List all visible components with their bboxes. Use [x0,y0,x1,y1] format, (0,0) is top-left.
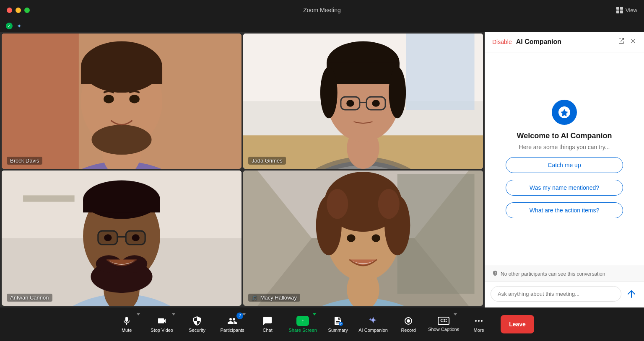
spark-icon: ✦ [17,23,22,29]
close-button[interactable] [7,8,12,13]
minimize-button[interactable] [16,8,21,13]
participants-badge: 2 [236,313,243,319]
view-button[interactable]: View [616,7,637,13]
status-bar: ✦ [0,20,644,32]
svg-point-63 [481,320,483,322]
mute-button[interactable]: Mute [110,310,143,338]
svg-rect-35 [83,200,160,213]
share-chevron [313,313,316,315]
muted-mic-icon: 🎵 [252,295,257,300]
suggestion-action-items[interactable]: What are the action items? [506,202,623,218]
svg-point-56 [347,234,355,242]
video-cell-jada: Jada Grimes [243,34,483,169]
window-title: Zoom Meeting [303,7,340,13]
svg-point-54 [327,189,348,219]
shield-icon [192,316,202,326]
window-controls[interactable] [7,8,30,13]
video-face-antwan [2,170,242,306]
more-button[interactable]: More [462,310,496,338]
video-cell-brock: Brock Davis [2,34,242,169]
ai-sparkle-icon [368,316,378,326]
leave-button[interactable]: Leave [501,315,534,333]
main-layout: Brock Davis [0,32,644,307]
ai-input-area [485,282,644,307]
svg-point-8 [92,125,152,155]
record-icon [403,316,413,326]
more-dots-icon [474,316,484,326]
toolbar: Mute Stop Video Security 2 Participants … [0,307,644,341]
svg-point-21 [320,67,338,119]
ai-send-button[interactable] [625,287,638,301]
summary-label: Summary [328,328,348,333]
svg-point-61 [475,320,477,322]
privacy-icon [492,270,498,277]
popout-button[interactable] [618,38,625,46]
share-screen-icon [296,316,309,326]
ai-panel-content: Welcome to AI Companion Here are some th… [485,52,644,266]
ai-header-icons [618,38,636,46]
participant-name-jada: Jada Grimes [248,157,286,165]
record-label: Record [401,328,415,333]
ai-panel-title: AI Companion [516,38,561,46]
maximize-button[interactable] [24,8,30,13]
svg-rect-13 [406,34,474,110]
summary-button[interactable]: Summary [321,310,355,338]
mic-icon [122,316,132,326]
cc-badge: CC [438,317,449,325]
participant-name-brock: Brock Davis [7,157,42,165]
ai-companion-panel: Disable AI Companion [485,32,644,307]
security-button[interactable]: Security [180,310,214,338]
view-label: View [626,7,637,13]
video-cell-antwan: Antwan Cannon [2,170,242,306]
svg-point-34 [83,181,160,219]
share-screen-button[interactable]: Share Screen [286,310,319,338]
show-captions-button[interactable]: CC Show Captions [427,310,460,338]
record-button[interactable]: Record [392,310,425,338]
svg-point-26 [346,100,354,106]
mute-chevron [137,313,140,315]
stop-video-button[interactable]: Stop Video [145,310,179,338]
svg-point-10 [129,95,140,103]
ai-companion-label: AI Companion [358,328,388,333]
svg-point-57 [371,234,380,242]
chat-label: Chat [263,328,273,333]
ai-chat-input[interactable] [491,286,621,302]
mute-label: Mute [122,328,132,333]
suggestion-name-mentioned[interactable]: Was my name mentioned? [506,180,623,196]
close-panel-button[interactable] [630,38,636,46]
video-chevron [172,313,175,315]
ai-welcome-title: Welcome to AI Companion [517,132,612,140]
svg-point-62 [478,320,480,322]
grid-icon [616,7,623,13]
share-screen-label: Share Screen [289,328,317,333]
chat-button[interactable]: Chat [251,310,284,338]
ai-header-left: Disable AI Companion [492,38,561,46]
svg-point-55 [378,189,400,219]
svg-rect-1 [2,34,79,169]
video-face-jada [243,34,483,169]
participant-name-antwan: Antwan Cannon [7,294,52,302]
summary-icon [333,316,343,326]
svg-rect-7 [81,67,162,84]
svg-rect-20 [327,63,400,84]
ai-companion-button[interactable]: AI Companion [356,310,390,338]
people-icon [227,316,237,326]
disable-button[interactable]: Disable [492,39,512,45]
participants-button[interactable]: 2 Participants [216,310,249,338]
connection-status-icon [6,23,13,29]
security-label: Security [189,328,205,333]
ai-welcome-subtitle: Here are some things you can try... [519,144,610,150]
suggestion-catch-me-up[interactable]: Catch me up [506,157,623,173]
camera-icon [157,316,167,326]
video-face-brock [2,34,242,169]
svg-point-42 [104,234,112,241]
svg-point-22 [389,67,406,119]
show-captions-label: Show Captions [428,327,459,332]
svg-point-43 [132,234,140,241]
participants-label: Participants [220,328,244,333]
svg-rect-30 [23,195,75,202]
svg-point-60 [407,319,410,323]
captions-chevron [454,313,457,315]
svg-point-27 [372,100,379,106]
chat-icon [262,316,273,326]
